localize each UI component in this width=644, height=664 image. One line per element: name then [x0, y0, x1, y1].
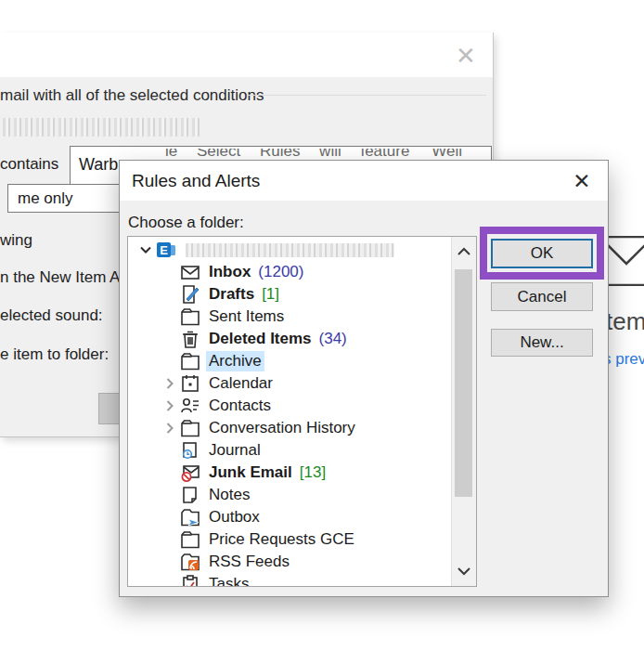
junk-icon	[180, 462, 200, 483]
tree-item-archive[interactable]: Archive	[128, 350, 452, 372]
folder-label: Price Requests GCE	[206, 529, 357, 550]
tree-item-drafts[interactable]: Drafts[1]	[128, 283, 452, 306]
tree-item-tasks[interactable]: Tasks	[128, 573, 452, 587]
scroll-down-icon[interactable]	[452, 558, 476, 584]
chevron-spacer	[160, 329, 180, 349]
chevron-spacer	[160, 440, 180, 461]
tree-item-journal[interactable]: Journal	[128, 439, 452, 462]
tree-item-calendar[interactable]: Calendar	[128, 372, 452, 395]
chevron-down-icon[interactable]	[135, 240, 156, 260]
folder-label: Outbox	[206, 507, 263, 527]
tree-item-outbox[interactable]: Outbox	[128, 506, 452, 528]
tree-item-inbox[interactable]: Inbox(1200)	[128, 261, 452, 283]
tree-item-notes[interactable]: Notes	[128, 484, 452, 506]
chevron-spacer	[160, 529, 180, 550]
folder-label: Drafts	[206, 284, 257, 305]
inbox-icon	[180, 262, 200, 282]
chevron-spacer	[160, 552, 180, 572]
chevron-spacer	[160, 485, 180, 505]
folder-icon	[180, 351, 200, 371]
background-link-fragment[interactable]: s prev	[603, 350, 644, 369]
svg-text:E: E	[160, 243, 168, 257]
choose-folder-label: Choose a folder:	[128, 214, 244, 232]
unread-count: [13]	[300, 463, 326, 482]
folder-label: Sent Items	[206, 306, 287, 327]
unread-count: (1200)	[258, 263, 303, 281]
folder-label: Inbox	[206, 262, 253, 282]
chevron-right-icon[interactable]	[160, 396, 180, 416]
folder-label: Calendar	[206, 373, 276, 394]
tree-item-junk-email[interactable]: Junk Email[13]	[128, 462, 452, 484]
exchange-icon: E	[156, 240, 176, 260]
folder-label: Archive	[206, 351, 264, 371]
tree-item-price-requests-gce[interactable]: Price Requests GCE	[128, 528, 452, 551]
redacted-text	[3, 118, 200, 137]
close-icon[interactable]: ✕	[567, 167, 597, 195]
folder-tree: EInbox(1200)Drafts[1]Sent ItemsDeleted I…	[127, 236, 477, 587]
background-heading-fragment: tem	[606, 307, 644, 336]
folder-icon	[180, 306, 200, 327]
folder-label: Journal	[206, 440, 264, 461]
chevron-spacer	[160, 351, 180, 371]
folder-label: RSS Feeds	[206, 552, 292, 572]
cancel-button[interactable]: Cancel	[491, 282, 593, 311]
chevron-spacer	[160, 462, 180, 483]
chevron-right-icon[interactable]	[160, 373, 180, 394]
tree-item-rss-feeds[interactable]: RSS Feeds	[128, 551, 452, 573]
unread-count: [1]	[262, 285, 279, 304]
drafts-icon	[180, 284, 200, 305]
folder-label: Contacts	[206, 396, 274, 416]
condition-group-caption: mail with all of the selected conditions	[0, 86, 264, 105]
label-new-item-alert-fragment: n the New Item Al	[0, 268, 123, 287]
folder-label: Junk Email	[206, 462, 295, 483]
label-following-fragment: wing	[0, 231, 32, 250]
unread-count: (34)	[319, 330, 347, 348]
folder-label: Conversation History	[206, 418, 358, 438]
folder-label: Notes	[206, 485, 252, 505]
rules-and-alerts-dialog: Rules and Alerts ✕ Choose a folder: EInb…	[119, 160, 609, 597]
tree-item-deleted-items[interactable]: Deleted Items(34)	[128, 328, 452, 350]
tree-item-sent-items[interactable]: Sent Items	[128, 306, 452, 328]
scrollbar[interactable]	[451, 237, 476, 586]
folder-label: Tasks	[206, 574, 251, 587]
folder-icon	[180, 529, 200, 550]
scroll-up-icon[interactable]	[452, 239, 476, 265]
chevron-spacer	[160, 306, 180, 327]
contacts-icon	[180, 396, 200, 416]
journal-icon	[180, 440, 200, 461]
contains-label: contains	[0, 155, 58, 174]
background-close-icon[interactable]: ✕	[452, 42, 480, 70]
chevron-spacer	[160, 574, 180, 587]
folder-icon	[180, 418, 200, 438]
new-button[interactable]: New...	[491, 329, 593, 357]
tree-root-account[interactable]: E	[128, 239, 452, 261]
calendar-icon	[180, 373, 200, 394]
trash-icon	[180, 329, 200, 349]
chevron-right-icon[interactable]	[160, 418, 180, 438]
note-icon	[180, 485, 200, 505]
tree-item-conversation-history[interactable]: Conversation History	[128, 417, 452, 439]
label-play-sound-fragment: elected sound:	[0, 306, 103, 325]
tasks-icon	[180, 574, 200, 587]
outbox-icon	[180, 507, 200, 527]
chevron-spacer	[160, 507, 180, 527]
dialog-title: Rules and Alerts	[132, 171, 260, 191]
tree-item-contacts[interactable]: Contacts	[128, 395, 452, 417]
background-dialog-titlebar	[0, 33, 493, 77]
ok-button[interactable]: OK	[491, 239, 593, 268]
label-move-to-folder-fragment: e item to folder:	[0, 345, 109, 364]
clipped-text-fragment: le Select Rules will feature 'Well	[165, 149, 471, 160]
chevron-spacer	[160, 262, 180, 282]
folder-label: Deleted Items	[206, 329, 315, 349]
redacted-account-name	[186, 243, 394, 257]
chevron-spacer	[160, 284, 180, 305]
rss-icon	[180, 552, 200, 572]
group-box-line	[247, 95, 486, 96]
scrollbar-thumb[interactable]	[455, 269, 472, 497]
